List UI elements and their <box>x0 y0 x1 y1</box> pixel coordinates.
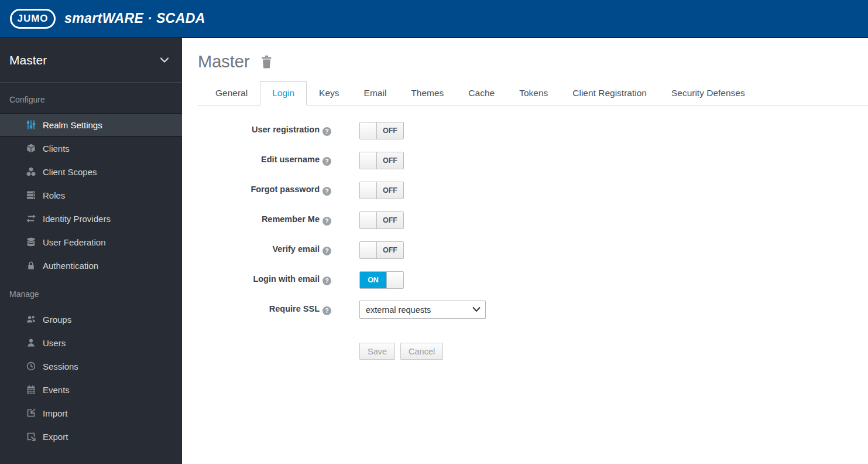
sidebar-item-client-scopes[interactable]: Client Scopes <box>0 160 182 183</box>
field-label: Verify email <box>272 244 320 254</box>
cancel-button[interactable]: Cancel <box>400 343 443 360</box>
sidebar-item-label: Authentication <box>43 261 98 271</box>
form-row-user-registration: User registration OFF <box>198 121 868 139</box>
app-header: JUMO smartWARE · SCADA <box>0 0 868 38</box>
toggle-state-label: OFF <box>377 242 403 258</box>
save-button[interactable]: Save <box>359 343 395 360</box>
help-icon[interactable] <box>323 157 331 166</box>
sidebar-item-label: Clients <box>43 144 70 153</box>
exchange-arrows-icon <box>26 214 36 223</box>
tab-general[interactable]: General <box>203 81 260 105</box>
form-row-verify-email: Verify email OFF <box>198 241 868 259</box>
logo-text: JUMO <box>17 13 48 25</box>
sidebar-section-manage: Manage <box>0 277 182 308</box>
sidebar-item-users[interactable]: Users <box>0 331 182 354</box>
toggle-state-label: OFF <box>377 152 403 169</box>
sidebar-item-label: Export <box>43 432 68 442</box>
sidebar-item-events[interactable]: Events <box>0 378 182 401</box>
sidebar-item-label: Users <box>43 338 66 348</box>
cubes-icon <box>26 167 36 176</box>
tab-cache[interactable]: Cache <box>456 81 507 105</box>
help-icon[interactable] <box>323 277 331 285</box>
field-label: Login with email <box>253 274 320 284</box>
remember-me-toggle[interactable]: OFF <box>359 211 404 229</box>
form-row-forgot-password: Forgot password OFF <box>198 181 868 199</box>
users-icon <box>26 315 36 324</box>
chevron-down-icon <box>160 57 169 64</box>
sidebar-item-label: Sessions <box>43 361 78 371</box>
calendar-icon <box>26 385 36 394</box>
tab-client-registration[interactable]: Client Registration <box>560 81 659 105</box>
help-icon[interactable] <box>323 306 331 315</box>
tab-bar: General Login Keys Email Themes Cache To… <box>198 81 868 105</box>
toggle-handle <box>360 242 377 258</box>
sidebar-item-sessions[interactable]: Sessions <box>0 354 182 378</box>
page-title: Master <box>198 52 250 71</box>
toggle-state-label: OFF <box>377 122 403 139</box>
clock-icon <box>26 361 36 371</box>
sidebar-item-authentication[interactable]: Authentication <box>0 254 182 277</box>
sidebar-item-label: Groups <box>43 315 71 325</box>
sidebar-item-label: Events <box>43 385 70 395</box>
sidebar-item-realm-settings[interactable]: Realm Settings <box>0 113 182 137</box>
field-label: Remember Me <box>262 214 320 224</box>
toggle-handle <box>386 272 403 288</box>
realm-selector[interactable]: Master <box>0 38 182 83</box>
verify-email-toggle[interactable]: OFF <box>359 241 404 259</box>
edit-username-toggle[interactable]: OFF <box>359 152 404 169</box>
login-settings-form: User registration OFF Edit username OFF … <box>198 121 868 360</box>
sidebar-item-label: Client Scopes <box>43 167 97 177</box>
toggle-state-label: OFF <box>377 182 403 199</box>
lock-icon <box>26 261 36 270</box>
sidebar-item-label: Identity Providers <box>43 214 111 224</box>
toggle-handle <box>360 182 377 199</box>
sidebar-item-import[interactable]: Import <box>0 401 182 425</box>
sidebar-item-user-federation[interactable]: User Federation <box>0 230 182 254</box>
sidebar-item-identity-providers[interactable]: Identity Providers <box>0 207 182 230</box>
tab-tokens[interactable]: Tokens <box>507 81 560 105</box>
toggle-handle <box>360 212 377 228</box>
require-ssl-select[interactable]: external requests <box>359 301 486 319</box>
sidebar: Master Configure Realm Settings Client <box>0 38 182 464</box>
form-row-require-ssl: Require SSL external requests <box>198 301 868 319</box>
sidebar-item-label: Roles <box>43 190 65 200</box>
toggle-handle <box>360 152 377 169</box>
import-icon <box>26 408 36 418</box>
form-row-edit-username: Edit username OFF <box>198 151 868 169</box>
toggle-state-label: ON <box>360 272 386 288</box>
field-label: Edit username <box>261 155 320 164</box>
login-with-email-toggle[interactable]: ON <box>359 271 404 289</box>
tab-security-defenses[interactable]: Security Defenses <box>659 81 757 105</box>
realm-selector-label: Master <box>9 53 47 67</box>
jumo-logo: JUMO <box>10 9 56 29</box>
sidebar-item-groups[interactable]: Groups <box>0 308 182 331</box>
export-icon <box>26 432 36 441</box>
help-icon[interactable] <box>323 217 331 226</box>
field-label: User registration <box>252 125 320 134</box>
field-label: Forgot password <box>251 185 320 194</box>
tab-login[interactable]: Login <box>260 81 307 105</box>
toggle-handle <box>360 122 377 139</box>
toggle-state-label: OFF <box>377 212 403 228</box>
help-icon[interactable] <box>323 247 331 255</box>
sidebar-item-export[interactable]: Export <box>0 425 182 448</box>
server-list-icon <box>26 190 36 200</box>
form-row-login-with-email: Login with email ON <box>198 271 868 289</box>
database-icon <box>26 237 36 247</box>
sidebar-item-roles[interactable]: Roles <box>0 183 182 207</box>
sidebar-item-clients[interactable]: Clients <box>0 137 182 160</box>
tab-keys[interactable]: Keys <box>307 81 351 105</box>
sidebar-section-configure: Configure <box>0 83 182 113</box>
help-icon[interactable] <box>323 187 331 196</box>
cube-icon <box>26 144 36 153</box>
sidebar-item-label: Import <box>43 408 68 418</box>
tab-themes[interactable]: Themes <box>399 81 456 105</box>
trash-icon[interactable] <box>260 55 273 69</box>
sidebar-item-label: User Federation <box>43 237 106 247</box>
help-icon[interactable] <box>323 127 331 136</box>
form-row-remember-me: Remember Me OFF <box>198 211 868 229</box>
sliders-icon <box>26 120 36 129</box>
user-registration-toggle[interactable]: OFF <box>359 122 404 139</box>
forgot-password-toggle[interactable]: OFF <box>359 182 404 199</box>
tab-email[interactable]: Email <box>352 81 399 105</box>
